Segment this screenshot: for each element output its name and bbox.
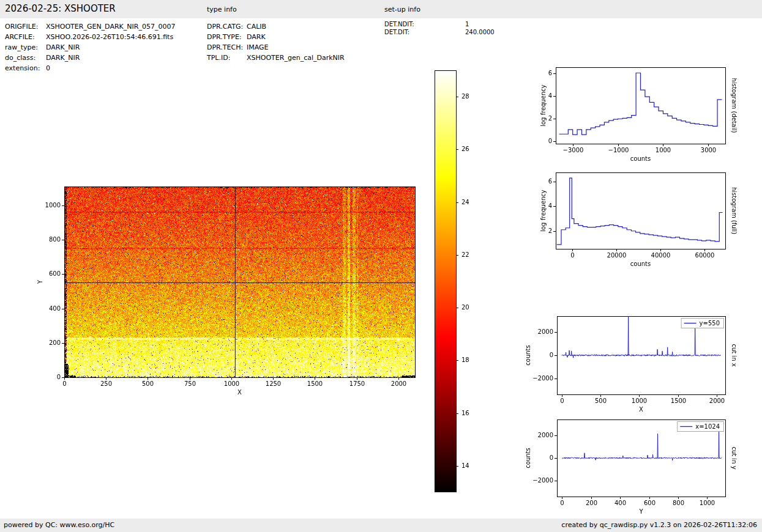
setup-info-heading: set-up info bbox=[384, 6, 420, 13]
det-ndit-label: DET.NDIT: bbox=[384, 20, 465, 28]
cut-in-x-plot bbox=[523, 311, 747, 415]
det-dit-value: 240.0000 bbox=[465, 29, 495, 35]
origfile-value: XSHOOTER_GEN_DARK_NIR_057_0007 bbox=[46, 23, 175, 31]
dpr-type-value: DARK bbox=[247, 33, 266, 41]
doclass-row: do_class:DARK_NIR bbox=[5, 53, 175, 63]
origfile-label: ORIGFILE: bbox=[5, 21, 46, 32]
doclass-value: DARK_NIR bbox=[46, 54, 80, 62]
origfile-row: ORIGFILE:XSHOOTER_GEN_DARK_NIR_057_0007 bbox=[5, 21, 175, 32]
dpr-type-row: DPR.TYPE:DARK bbox=[207, 32, 345, 42]
tpl-id-row: TPL.ID:XSHOOTER_gen_cal_DarkNIR bbox=[207, 53, 345, 63]
det-ndit-value: 1 bbox=[465, 21, 469, 28]
file-info-block: ORIGFILE:XSHOOTER_GEN_DARK_NIR_057_0007 … bbox=[5, 21, 175, 73]
type-info-heading: type info bbox=[207, 6, 237, 13]
dpr-catg-value: CALIB bbox=[247, 23, 266, 31]
extension-row: extension:0 bbox=[5, 63, 175, 73]
histogram-detail-plot bbox=[526, 62, 747, 164]
page-title: 2026-02-25: XSHOOTER bbox=[5, 3, 116, 14]
det-dit-row: DET.DIT:240.0000 bbox=[384, 28, 495, 36]
dpr-catg-row: DPR.CATG:CALIB bbox=[207, 21, 345, 32]
dpr-catg-label: DPR.CATG: bbox=[207, 21, 247, 32]
tpl-id-value: XSHOOTER_gen_cal_DarkNIR bbox=[247, 54, 345, 62]
dpr-tech-label: DPR.TECH: bbox=[207, 42, 247, 53]
histogram-full-plot bbox=[526, 168, 747, 270]
det-ndit-row: DET.NDIT:1 bbox=[384, 20, 495, 28]
det-dit-label: DET.DIT: bbox=[384, 28, 465, 36]
arcfile-value: XSHOO.2026-02-26T10:54:46.691.fits bbox=[46, 33, 173, 41]
arcfile-label: ARCFILE: bbox=[5, 32, 46, 42]
rawtype-value: DARK_NIR bbox=[46, 43, 80, 51]
doclass-label: do_class: bbox=[5, 53, 46, 63]
setup-info-block: DET.NDIT:1 DET.DIT:240.0000 bbox=[384, 20, 495, 36]
extension-value: 0 bbox=[46, 64, 50, 72]
dpr-type-label: DPR.TYPE: bbox=[207, 32, 247, 42]
header-bar: 2026-02-25: XSHOOTER type info set-up in… bbox=[0, 0, 762, 18]
tpl-id-label: TPL.ID: bbox=[207, 53, 247, 63]
dpr-tech-value: IMAGE bbox=[247, 43, 269, 51]
rawtype-label: raw_type: bbox=[5, 42, 46, 53]
detector-image-plot bbox=[34, 180, 425, 405]
arcfile-row: ARCFILE:XSHOO.2026-02-26T10:54:46.691.fi… bbox=[5, 32, 175, 42]
dpr-tech-row: DPR.TECH:IMAGE bbox=[207, 42, 345, 53]
footer-bar: powered by QC: www.eso.org/HC created by… bbox=[0, 519, 762, 532]
rawtype-row: raw_type:DARK_NIR bbox=[5, 42, 175, 53]
footer-left-text: powered by QC: www.eso.org/HC bbox=[4, 521, 114, 529]
type-info-block: DPR.CATG:CALIB DPR.TYPE:DARK DPR.TECH:IM… bbox=[207, 21, 345, 63]
extension-label: extension: bbox=[5, 63, 46, 73]
colorbar bbox=[435, 68, 477, 495]
footer-right-text: created by qc_rawdisp.py v1.2.3 on 2026-… bbox=[561, 521, 757, 529]
cut-in-y-plot bbox=[523, 415, 747, 517]
